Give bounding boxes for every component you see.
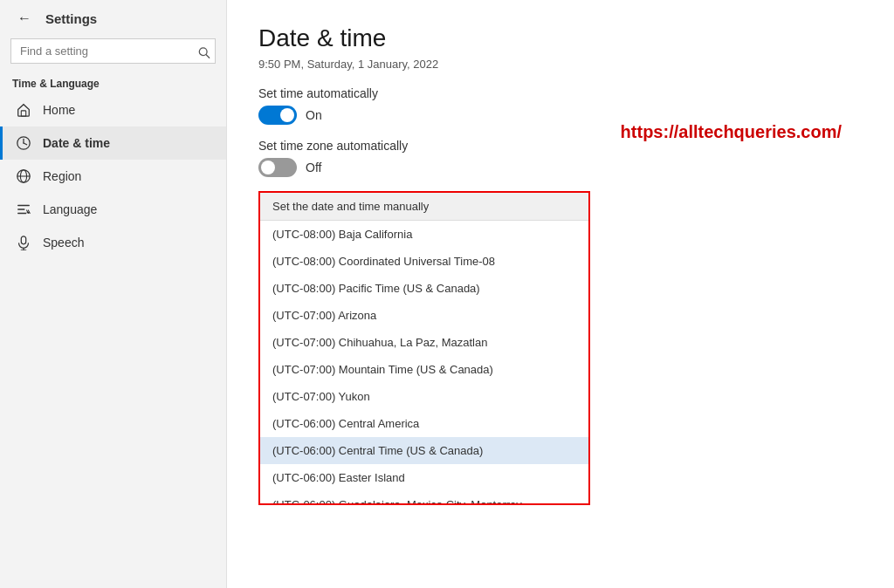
sidebar-item-home[interactable]: Home: [0, 93, 226, 126]
home-icon: [15, 101, 32, 119]
search-input[interactable]: [10, 38, 216, 64]
sidebar-header: ← Settings: [0, 0, 226, 35]
speech-icon: [15, 234, 32, 251]
timezone-item[interactable]: (UTC-06:00) Central Time (US & Canada): [260, 437, 588, 464]
set-time-auto-label: Set time automatically: [258, 86, 863, 100]
sidebar-item-region[interactable]: Region: [0, 160, 226, 193]
timezone-item[interactable]: (UTC-07:00) Yukon: [260, 383, 588, 410]
timezone-items-container: (UTC-08:00) Baja California(UTC-08:00) C…: [260, 221, 588, 505]
timezone-item[interactable]: (UTC-08:00) Pacific Time (US & Canada): [260, 275, 588, 302]
watermark: https://alltechqueries.com/: [621, 122, 842, 142]
timezone-item[interactable]: (UTC-07:00) Mountain Time (US & Canada): [260, 356, 588, 383]
set-time-auto-toggle[interactable]: [258, 106, 297, 125]
set-time-auto-state: On: [306, 108, 322, 122]
timezone-item[interactable]: (UTC-08:00) Coordinated Universal Time-0…: [260, 248, 588, 275]
timezone-dropdown-list[interactable]: Set the date and time manually (UTC-08:0…: [258, 191, 590, 505]
back-button[interactable]: ←: [12, 9, 37, 28]
search-icon[interactable]: [198, 46, 210, 61]
current-datetime: 9:50 PM, Saturday, 1 January, 2022: [258, 58, 863, 71]
timezone-item[interactable]: (UTC-08:00) Baja California: [260, 221, 588, 248]
toggle-knob-off: [261, 161, 275, 174]
timezone-item[interactable]: (UTC-07:00) Chihuahua, La Paz, Mazatlan: [260, 329, 588, 356]
region-icon: [15, 168, 32, 185]
timezone-item[interactable]: (UTC-06:00) Central America: [260, 410, 588, 437]
sidebar-section-label: Time & Language: [0, 72, 226, 93]
set-timezone-auto-row: Off: [258, 158, 863, 177]
sidebar-item-language[interactable]: Language: [0, 193, 226, 226]
sidebar-item-date-time[interactable]: Date & time: [0, 126, 226, 160]
svg-rect-2: [21, 111, 25, 116]
main-content: Date & time 9:50 PM, Saturday, 1 January…: [227, 0, 894, 588]
svg-line-1: [206, 54, 210, 58]
page-title: Date & time: [258, 24, 863, 52]
sidebar-item-speech[interactable]: Speech: [0, 226, 226, 259]
set-timezone-auto-toggle[interactable]: [258, 158, 297, 177]
dropdown-header: Set the date and time manually: [260, 193, 588, 221]
timezone-item[interactable]: (UTC-07:00) Arizona: [260, 302, 588, 329]
sidebar-item-language-label: Language: [43, 202, 97, 216]
timezone-item[interactable]: (UTC-06:00) Guadalajara, Mexico City, Mo…: [260, 491, 588, 505]
svg-line-5: [24, 143, 27, 145]
sidebar-item-region-label: Region: [43, 169, 81, 183]
language-icon: [15, 201, 32, 218]
sidebar: ← Settings Time & Language Home: [0, 0, 227, 588]
timezone-dropdown-section: Set the date and time manually (UTC-08:0…: [258, 191, 863, 505]
sidebar-item-speech-label: Speech: [43, 236, 84, 250]
sidebar-title: Settings: [45, 11, 97, 26]
sidebar-item-date-time-label: Date & time: [43, 136, 110, 150]
sidebar-item-home-label: Home: [43, 103, 75, 117]
set-timezone-auto-state: Off: [306, 161, 321, 174]
timezone-item[interactable]: (UTC-06:00) Easter Island: [260, 464, 588, 491]
svg-rect-9: [21, 236, 25, 244]
search-box-wrapper: [0, 35, 226, 72]
toggle-knob-on: [280, 108, 294, 122]
clock-icon: [15, 134, 32, 152]
